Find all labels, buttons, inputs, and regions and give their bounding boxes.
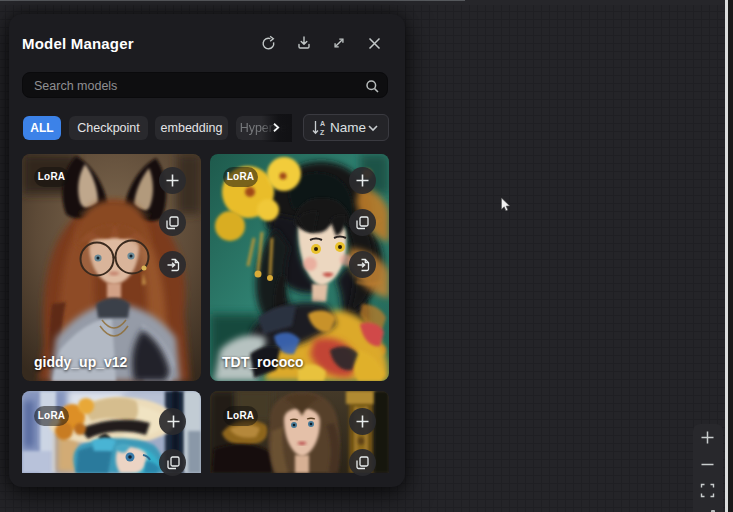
svg-text:A: A: [320, 120, 325, 127]
svg-text:Z: Z: [320, 129, 325, 136]
